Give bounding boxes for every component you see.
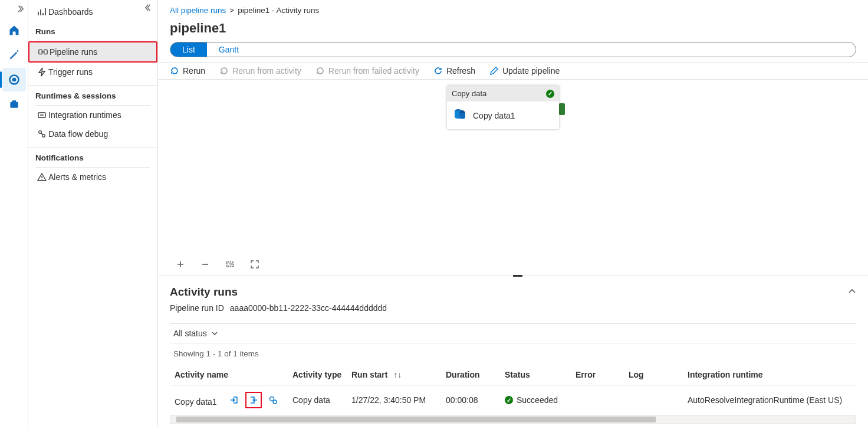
pipeline-status-marker (559, 103, 565, 115)
col-activity-type[interactable]: Activity type (288, 364, 347, 386)
update-pipeline-button[interactable]: Update pipeline (489, 66, 560, 76)
tab-gantt[interactable]: Gantt (207, 42, 251, 57)
collapse-activity-icon[interactable] (848, 287, 856, 297)
tab-list[interactable]: List (170, 42, 207, 57)
rerun-icon (170, 66, 179, 76)
sidebar-item-integration-runtimes[interactable]: Integration runtimes (28, 106, 157, 124)
cell-integration-runtime: AutoResolveIntegrationRuntime (East US) (683, 386, 856, 415)
output-icon[interactable] (245, 392, 262, 408)
sidebar-item-label: Dashboards (48, 7, 93, 17)
cell-error (571, 386, 624, 415)
refresh-icon (433, 66, 443, 76)
col-integration-runtime[interactable]: Integration runtime (683, 364, 856, 386)
pipeline-canvas[interactable]: Copy data Copy data1 (158, 80, 868, 255)
sidebar-item-label: Data flow debug (48, 129, 108, 139)
node-type-label: Copy data (452, 89, 486, 98)
sidebar-item-alerts-metrics[interactable]: Alerts & metrics (28, 168, 157, 186)
run-id-value: aaaa0000-bb11-2222-33cc-444444dddddd (230, 303, 387, 313)
sidebar-item-data-flow-debug[interactable]: Data flow debug (28, 124, 157, 143)
alerts-icon (35, 172, 48, 182)
copy-data-icon (453, 107, 467, 123)
zoom-out-icon[interactable] (200, 260, 210, 271)
rerun-from-failed-button: Rerun from failed activity (315, 66, 419, 76)
activity-section: Activity runs Pipeline run ID aaaa0000-b… (158, 280, 868, 414)
chevron-down-icon (211, 329, 219, 337)
cell-activity-name: Copy data1 (175, 397, 217, 407)
breadcrumb-root[interactable]: All pipeline runs (170, 6, 226, 15)
rerun-button[interactable]: Rerun (170, 66, 205, 76)
scrollbar-thumb[interactable] (176, 417, 656, 422)
expand-rail-icon[interactable] (16, 5, 24, 15)
sidebar-item-label: Alerts & metrics (48, 172, 106, 182)
section-notifications: Notifications (28, 147, 157, 165)
breadcrumb: All pipeline runs > pipeline1 - Activity… (158, 0, 868, 17)
details-icon[interactable] (267, 394, 280, 407)
action-label: Rerun from activity (232, 66, 301, 76)
cell-duration: 00:00:08 (441, 386, 500, 415)
node-name: Copy data1 (473, 111, 515, 120)
collapse-panel-icon[interactable] (144, 4, 153, 14)
svg-point-15 (273, 400, 277, 404)
breadcrumb-current: pipeline1 - Activity runs (238, 6, 319, 15)
sidebar-item-label: Pipeline runs (50, 47, 97, 57)
rail-manage-icon[interactable] (2, 93, 26, 116)
refresh-button[interactable]: Refresh (433, 66, 475, 76)
col-duration[interactable]: Duration (441, 364, 500, 386)
svg-rect-4 (39, 50, 42, 54)
zoom-fit-icon[interactable]: 100 (225, 260, 235, 271)
integration-runtimes-icon (35, 110, 48, 120)
action-label: Rerun from failed activity (328, 66, 419, 76)
svg-point-7 (39, 131, 42, 134)
activity-node[interactable]: Copy data Copy data1 (447, 86, 559, 129)
col-log[interactable]: Log (624, 364, 683, 386)
dataflow-debug-icon (35, 129, 48, 139)
cell-activity-type: Copy data (288, 386, 347, 415)
pipeline-runs-icon (37, 47, 50, 57)
rail-monitor-icon[interactable] (2, 68, 26, 91)
fullscreen-icon[interactable] (250, 260, 259, 271)
action-label: Update pipeline (502, 66, 560, 76)
showing-text: Showing 1 - 1 of 1 items (170, 343, 856, 364)
main-content: All pipeline runs > pipeline1 - Activity… (158, 0, 868, 426)
sort-icon: ↑↓ (393, 370, 402, 379)
col-run-start[interactable]: Run start ↑↓ (347, 364, 441, 386)
edit-icon (489, 66, 499, 76)
svg-rect-5 (44, 50, 47, 54)
activity-runs-heading: Activity runs (170, 286, 238, 299)
horizontal-scrollbar[interactable] (170, 415, 856, 424)
col-status[interactable]: Status (500, 364, 571, 386)
cell-run-start: 1/27/22, 3:40:50 PM (347, 386, 441, 415)
svg-point-8 (42, 135, 45, 137)
activity-table: Activity name Activity type Run start ↑↓… (170, 364, 856, 414)
status-filter-label: All status (173, 329, 207, 338)
rerun-activity-icon (219, 66, 229, 76)
sidebar-item-label: Trigger runs (48, 67, 93, 77)
svg-rect-2 (10, 102, 18, 108)
table-row[interactable]: Copy data1 Copy data 1/27/22, 3:40:50 PM… (170, 386, 856, 415)
left-rail (0, 0, 28, 426)
rerun-failed-icon (315, 66, 325, 76)
dashboard-icon (35, 7, 48, 17)
svg-point-9 (41, 179, 42, 180)
rail-home-icon[interactable] (2, 18, 26, 42)
success-badge-icon (546, 90, 554, 98)
status-filter[interactable]: All status (170, 329, 219, 338)
trigger-runs-icon (35, 67, 48, 77)
col-activity-name[interactable]: Activity name (170, 364, 288, 386)
left-panel: Dashboards Runs Pipeline runs Trigger ru… (28, 0, 158, 426)
svg-point-1 (12, 78, 16, 82)
canvas-tools: 100 (158, 255, 868, 276)
run-id-label: Pipeline run ID (170, 303, 224, 313)
input-icon[interactable] (228, 394, 241, 407)
page-title: pipeline1 (158, 17, 868, 42)
sidebar-item-label: Integration runtimes (48, 110, 121, 120)
rail-author-icon[interactable] (2, 43, 26, 67)
svg-text:100: 100 (227, 263, 234, 266)
sidebar-item-trigger-runs[interactable]: Trigger runs (28, 63, 157, 81)
zoom-in-icon[interactable] (176, 260, 185, 271)
sidebar-item-dashboards[interactable]: Dashboards (28, 2, 157, 21)
status-success-icon (505, 396, 513, 404)
sidebar-item-pipeline-runs[interactable]: Pipeline runs (28, 41, 157, 63)
pane-resize-handle[interactable] (158, 276, 868, 280)
col-error[interactable]: Error (571, 364, 624, 386)
